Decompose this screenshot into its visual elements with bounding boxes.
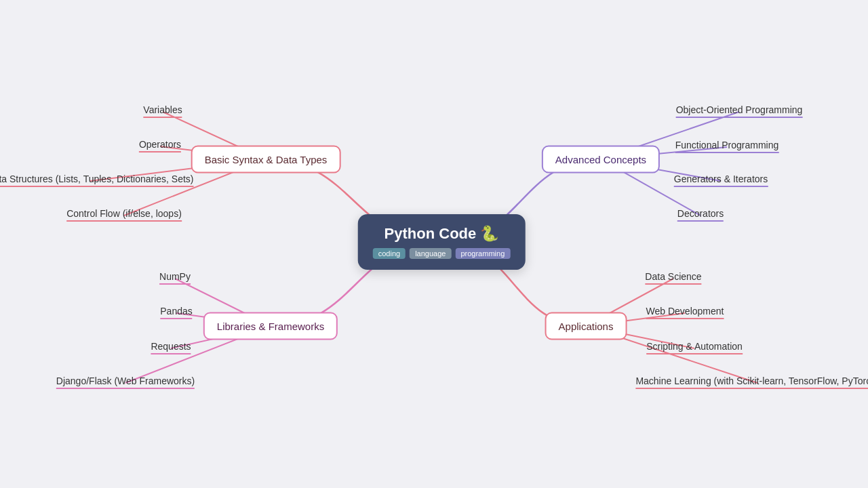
leaf-generators: Generators & Iterators	[674, 174, 768, 188]
leaf-ml: Machine Learning (with Scikit-learn, Ten…	[635, 375, 868, 390]
leaf-pandas: Pandas	[160, 306, 192, 321]
leaf-data-structures: Data Structures (Lists, Tuples, Dictiona…	[0, 174, 194, 188]
branch-libraries[interactable]: Libraries & Frameworks	[203, 312, 338, 340]
leaf-functional: Functional Programming	[675, 140, 779, 155]
leaf-oop: Object-Oriented Programming	[676, 104, 803, 119]
leaf-operators: Operators	[139, 139, 181, 154]
branch-basic-syntax[interactable]: Basic Syntax & Data Types	[191, 146, 341, 174]
leaf-django: Django/Flask (Web Frameworks)	[56, 375, 195, 390]
leaf-data-science: Data Science	[645, 271, 701, 286]
leaf-numpy: NumPy	[159, 271, 191, 286]
leaf-web-dev: Web Development	[646, 306, 724, 321]
center-title: Python Code 🐍	[373, 225, 511, 243]
leaf-requests: Requests	[151, 341, 191, 356]
tag-programming: programming	[455, 248, 510, 259]
tag-coding: coding	[373, 248, 406, 259]
branch-advanced-concepts[interactable]: Advanced Concepts	[542, 146, 660, 174]
leaf-scripting: Scripting & Automation	[646, 341, 743, 356]
branch-applications[interactable]: Applications	[545, 312, 627, 340]
center-tags: coding language programming	[373, 248, 511, 259]
tag-language: language	[410, 248, 451, 259]
leaf-control-flow: Control Flow (if/else, loops)	[66, 208, 182, 223]
leaf-variables: Variables	[143, 104, 182, 119]
leaf-decorators: Decorators	[677, 208, 724, 223]
center-node[interactable]: Python Code 🐍 coding language programmin…	[358, 214, 526, 270]
